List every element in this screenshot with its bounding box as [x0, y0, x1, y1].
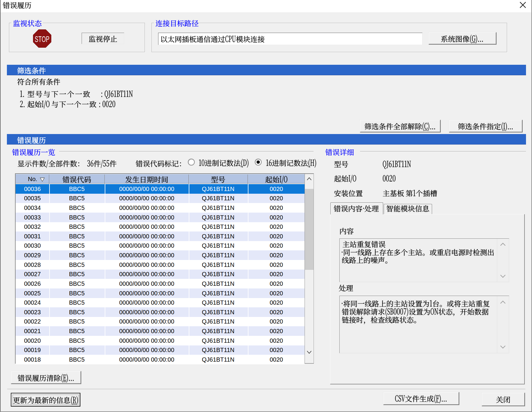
svg-text:STOP: STOP — [35, 34, 50, 44]
